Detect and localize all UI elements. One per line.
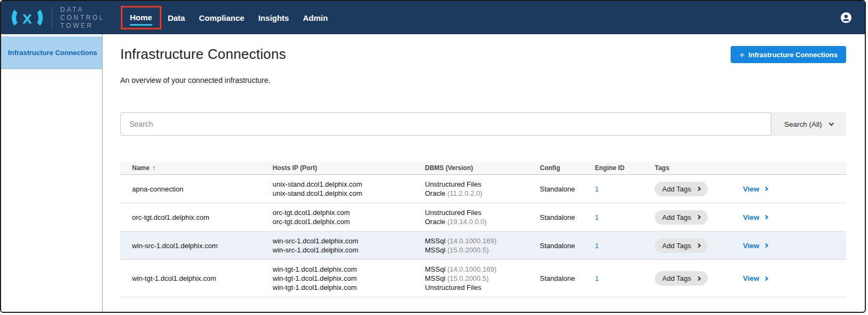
add-button-label: Infrastructure Connections (748, 51, 838, 59)
column-header-hosts: Hosts IP (Port) (273, 164, 425, 172)
main-nav: Home Data Compliance Insights Admin (121, 6, 342, 29)
main-content: Infrastructure Connections + Infrastruct… (103, 34, 865, 312)
sort-asc-icon: ↑ (152, 164, 156, 172)
view-link[interactable]: View (743, 213, 768, 221)
connections-table: Name↑ Hosts IP (Port) DBMS (Version) Con… (120, 162, 846, 297)
top-navbar: x Data Control Tower Home Data Complianc… (1, 1, 865, 34)
page-subtitle: An overview of your connected infrastruc… (120, 76, 846, 84)
delphix-dct-logo[interactable]: x Data Control Tower (12, 6, 105, 30)
config-cell: Standalone (540, 242, 595, 250)
hosts-cell: win-src-1.dcol1.delphix.com win-src-1.dc… (273, 236, 425, 255)
delphix-logo-icon: x (12, 7, 43, 28)
chevron-right-icon (763, 276, 768, 280)
nav-item-admin[interactable]: Admin (303, 13, 328, 22)
chevron-right-icon (696, 215, 701, 219)
user-account-button[interactable] (840, 12, 852, 24)
add-tags-button[interactable]: Add Tags (655, 239, 708, 253)
column-header-config: Config (540, 164, 595, 172)
config-cell: Standalone (540, 185, 595, 193)
search-bar: Search (All) (120, 112, 846, 136)
add-tags-button[interactable]: Add Tags (655, 182, 708, 196)
add-infrastructure-connections-button[interactable]: + Infrastructure Connections (731, 46, 846, 63)
chevron-right-icon (696, 276, 701, 280)
sidebar-item-infrastructure-connections[interactable]: Infrastructure Connections (1, 36, 102, 69)
nav-item-data[interactable]: Data (168, 13, 185, 22)
sidebar-item-label: Infrastructure Connections (8, 49, 97, 57)
add-tags-button[interactable]: Add Tags (655, 210, 708, 225)
chevron-down-icon (828, 121, 834, 126)
column-header-dbms: DBMS (Version) (425, 164, 540, 172)
table-row: win-tgt-1.dcol1.delphix.com win-tgt-1.dc… (120, 260, 846, 297)
wordmark-line: Tower (60, 22, 105, 30)
plus-icon: + (739, 50, 745, 59)
engine-id-link[interactable]: 1 (595, 242, 599, 250)
hosts-cell: win-tgt-1.dcol1.delphix.com win-tgt-1.dc… (273, 265, 425, 292)
search-input[interactable] (120, 112, 771, 136)
wordmark: Data Control Tower (60, 6, 105, 30)
search-scope-dropdown[interactable]: Search (All) (771, 112, 846, 136)
config-cell: Standalone (540, 274, 595, 282)
search-scope-label: Search (All) (784, 120, 822, 128)
chevron-right-icon (696, 243, 701, 248)
app-window: x Data Control Tower Home Data Complianc… (0, 0, 866, 313)
table-row: win-src-1.dcol1.delphix.com win-src-1.dc… (120, 232, 846, 260)
wordmark-line: Data (60, 6, 105, 14)
wordmark-line: Control (60, 14, 105, 22)
engine-id-link[interactable]: 1 (595, 274, 599, 282)
nav-item-insights[interactable]: Insights (258, 13, 289, 22)
connection-name: win-src-1.dcol1.delphix.com (120, 242, 273, 250)
page-title: Infrastructure Connections (120, 46, 286, 63)
add-tags-button[interactable]: Add Tags (655, 271, 708, 286)
annotation-box-home: Home (121, 6, 161, 29)
dbms-cell: Unstructured Files Oracle (19.14.0.0.0) (425, 208, 540, 226)
hosts-cell: orc-tgt.dcol1.delphix.com orc-tgt.dcol1.… (273, 208, 425, 226)
dbms-cell: MSSql (14.0.1000.169) MSSql (15.0.2000.5… (425, 265, 540, 292)
chevron-right-icon (696, 187, 701, 191)
engine-id-link[interactable]: 1 (595, 213, 599, 221)
connection-name: apna-connection (120, 185, 273, 193)
chevron-right-icon (763, 243, 768, 248)
left-sidebar: Infrastructure Connections (1, 34, 103, 312)
view-link[interactable]: View (743, 242, 768, 250)
view-link[interactable]: View (743, 185, 768, 193)
column-header-tags: Tags (655, 164, 743, 172)
chevron-right-icon (763, 187, 768, 191)
connection-name: orc-tgt.dcol1.delphix.com (120, 213, 273, 221)
table-header: Name↑ Hosts IP (Port) DBMS (Version) Con… (120, 162, 846, 175)
chevron-right-icon (763, 215, 768, 219)
engine-id-link[interactable]: 1 (595, 185, 599, 193)
nav-item-home[interactable]: Home (130, 13, 152, 26)
nav-item-compliance[interactable]: Compliance (199, 13, 244, 22)
dbms-cell: MSSql (14.0.1000.169) MSSql (15.0.2000.5… (425, 236, 540, 255)
hosts-cell: unix-stand.dcol1.delphix.com unix-stand.… (273, 180, 425, 198)
view-link[interactable]: View (743, 274, 768, 282)
dbms-cell: Unstructured Files Oracle (11.2.0.2.0) (425, 180, 540, 198)
column-header-name[interactable]: Name↑ (120, 164, 273, 172)
config-cell: Standalone (540, 213, 595, 221)
logo-divider (52, 7, 52, 28)
table-row: apna-connection unix-stand.dcol1.delphix… (120, 175, 846, 203)
user-account-icon (840, 12, 852, 24)
connection-name: win-tgt-1.dcol1.delphix.com (120, 274, 273, 282)
column-header-engine-id: Engine ID (595, 164, 655, 172)
table-row: orc-tgt.dcol1.delphix.com orc-tgt.dcol1.… (120, 203, 846, 232)
